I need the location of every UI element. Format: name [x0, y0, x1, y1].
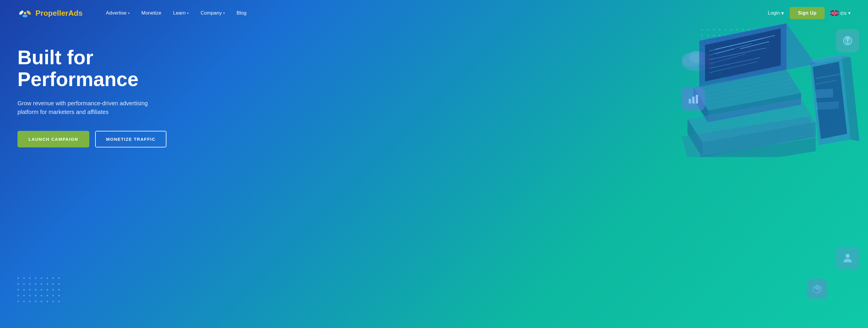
- svg-rect-41: [816, 101, 839, 110]
- bar-chart-icon: [688, 93, 699, 105]
- lang-code-label: EN: [840, 11, 846, 16]
- brand-name-part2: Ads: [68, 9, 83, 18]
- logo-text: PropellerAds: [35, 9, 83, 18]
- cube-icon: [812, 284, 822, 294]
- nav-item-learn[interactable]: Learn ▾: [173, 10, 189, 16]
- nav-item-advertise[interactable]: Advertise ▾: [106, 10, 130, 16]
- launch-campaign-button[interactable]: LAUNCH CAMPAIGN: [18, 131, 89, 147]
- logo-icon: [18, 5, 33, 21]
- hero-title: Built for Performance: [18, 46, 166, 90]
- nav-label-monetize: Monetize: [142, 10, 161, 16]
- chevron-down-icon: ▾: [128, 11, 130, 15]
- signup-button[interactable]: Sign Up: [790, 7, 825, 19]
- person-icon-card: [836, 247, 859, 270]
- nav-links: Advertise ▾ Monetize Learn ▾ Company ▾ B…: [106, 10, 768, 16]
- hero-subtitle: Grow revenue with performance-driven adv…: [18, 99, 157, 116]
- brand-name-part1: Propeller: [35, 9, 68, 18]
- chevron-down-icon-learn: ▾: [187, 11, 189, 15]
- hero-title-line1: Built for: [18, 46, 93, 68]
- phone-illustration: [804, 52, 862, 157]
- dot-pattern-left: const dp = document.currentScript.parent…: [18, 277, 62, 305]
- chevron-down-icon-lang: ▾: [848, 10, 850, 16]
- login-label: Login: [768, 10, 780, 16]
- monetize-traffic-button[interactable]: MONETIZE TRAFFIC: [95, 131, 167, 147]
- svg-rect-43: [689, 99, 691, 103]
- chevron-down-icon-company: ▾: [223, 11, 225, 15]
- hero-section: PropellerAds Advertise ▾ Monetize Learn …: [0, 0, 868, 328]
- nav-item-company[interactable]: Company ▾: [200, 10, 225, 16]
- svg-point-1: [26, 10, 32, 16]
- svg-point-2: [22, 14, 28, 18]
- target-icon-card: [836, 29, 859, 52]
- stats-icon-card: [682, 87, 705, 110]
- nav-item-blog[interactable]: Blog: [237, 10, 246, 16]
- hero-title-line2: Performance: [18, 68, 138, 90]
- nav-label-blog: Blog: [237, 10, 246, 16]
- svg-rect-45: [696, 95, 698, 103]
- nav-label-advertise: Advertise: [106, 10, 127, 16]
- person-icon: [842, 252, 854, 264]
- navbar: PropellerAds Advertise ▾ Monetize Learn …: [0, 0, 868, 26]
- nav-label-learn: Learn: [173, 10, 186, 16]
- target-icon: [842, 35, 854, 46]
- hero-buttons: LAUNCH CAMPAIGN MONETIZE TRAFFIC: [18, 131, 166, 147]
- nav-label-company: Company: [200, 10, 222, 16]
- svg-rect-44: [692, 97, 694, 103]
- login-button[interactable]: Login ▾: [768, 10, 784, 16]
- svg-point-42: [828, 63, 831, 66]
- nav-right: Login ▾ Sign Up EN ▾: [768, 7, 850, 19]
- chevron-down-icon-login: ▾: [781, 10, 784, 16]
- svg-rect-40: [816, 89, 833, 98]
- uk-flag-icon: [831, 10, 839, 16]
- hero-illustration: [347, 0, 868, 328]
- hero-content: Built for Performance Grow revenue with …: [18, 46, 166, 147]
- language-selector[interactable]: EN ▾: [831, 10, 850, 16]
- svg-point-0: [18, 10, 24, 16]
- logo[interactable]: PropellerAds: [18, 5, 83, 21]
- nav-item-monetize[interactable]: Monetize: [142, 10, 161, 16]
- svg-point-58: [846, 254, 850, 258]
- cube-icon-card: [807, 278, 827, 299]
